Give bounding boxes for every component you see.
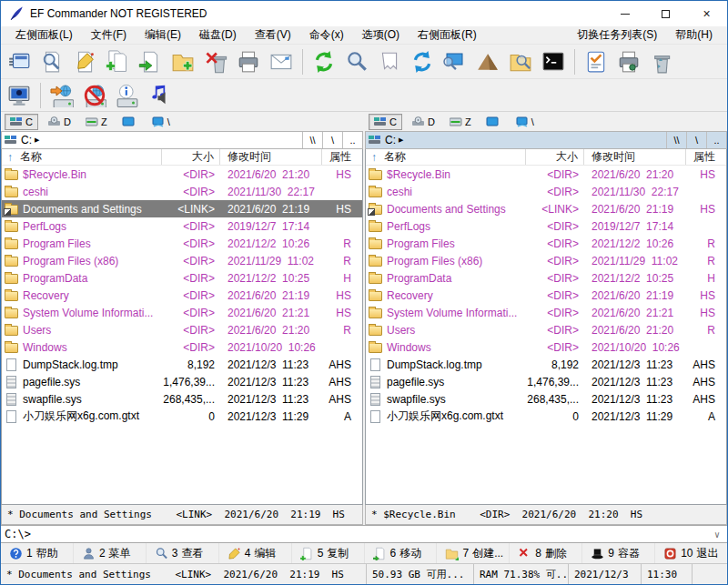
- menu-right-panel[interactable]: 右侧面板(R): [409, 25, 486, 45]
- file-row[interactable]: Recovery<DIR>2021/6/20 21:19HS: [2, 287, 362, 304]
- file-row[interactable]: Recovery<DIR>2021/6/20 21:19HS: [366, 287, 726, 304]
- pyramid-button[interactable]: [471, 47, 504, 76]
- task-list-button[interactable]: [580, 47, 612, 76]
- left-drive-d-button[interactable]: D: [44, 114, 76, 130]
- folder-search-button[interactable]: [504, 47, 537, 76]
- file-row[interactable]: Windows<DIR>2021/10/20 10:26: [366, 338, 726, 356]
- file-row[interactable]: Users<DIR>2021/6/20 21:20R: [366, 321, 726, 338]
- right-header-date[interactable]: 修改时间: [584, 149, 686, 165]
- search-file-button[interactable]: [35, 47, 68, 76]
- menu-switch-task-list[interactable]: 切换任务列表(S): [568, 25, 666, 45]
- right-drive-c-button[interactable]: C: [369, 114, 402, 130]
- right-drive-z-button[interactable]: Z: [445, 114, 476, 130]
- sync-button[interactable]: [406, 47, 439, 76]
- file-row[interactable]: Windows<DIR>2021/10/20 10:26: [2, 338, 362, 356]
- file-row[interactable]: ceshi<DIR>2021/11/30 22:17: [366, 183, 726, 200]
- menu-command[interactable]: 命令(x): [300, 25, 353, 45]
- menu-options[interactable]: 选项(O): [353, 25, 409, 45]
- command-prompt-button[interactable]: [537, 47, 570, 76]
- fkey-8-delete[interactable]: 8删除: [510, 543, 582, 563]
- fkey-4-edit[interactable]: 4编辑: [219, 543, 292, 563]
- print-button[interactable]: [232, 47, 265, 76]
- network-connect-button[interactable]: [46, 81, 78, 110]
- right-root-unc-button[interactable]: \\: [666, 132, 686, 148]
- right-header-attr[interactable]: 属性: [686, 149, 726, 165]
- file-row[interactable]: Program Files (x86)<DIR>2021/11/29 11:02…: [2, 252, 362, 269]
- right-header-name[interactable]: ↑名称: [366, 149, 526, 165]
- file-row[interactable]: pagefile.sys1,476,39...2021/12/3 11:23AH…: [2, 373, 362, 390]
- refresh-button[interactable]: [308, 47, 340, 76]
- menu-view[interactable]: 查看(V): [246, 25, 300, 45]
- file-row[interactable]: Users<DIR>2021/6/20 21:20R: [2, 321, 362, 338]
- file-row[interactable]: Documents and Settings<LINK>2021/6/20 21…: [2, 200, 362, 217]
- file-row[interactable]: 小刀娱乐网x6g.com.gtxt02021/12/3 11:29A: [366, 408, 726, 425]
- left-network-button[interactable]: \: [147, 114, 175, 130]
- file-row[interactable]: PerfLogs<DIR>2019/12/7 17:14: [366, 217, 726, 235]
- left-drive-z-button[interactable]: Z: [81, 114, 112, 130]
- close-button[interactable]: ×: [686, 1, 727, 26]
- file-row[interactable]: System Volume Informati...<DIR>2021/6/20…: [2, 304, 362, 321]
- new-folder-button[interactable]: [167, 47, 199, 76]
- delete-button[interactable]: [199, 47, 232, 76]
- file-row[interactable]: swapfile.sys268,435,...2021/12/3 11:23AH…: [366, 390, 726, 408]
- sounds-button[interactable]: [144, 81, 177, 110]
- right-network-button[interactable]: \: [511, 114, 539, 130]
- file-row[interactable]: PerfLogs<DIR>2019/12/7 17:14: [2, 217, 362, 235]
- file-row[interactable]: Program Files<DIR>2021/12/2 10:26R: [2, 235, 362, 252]
- network-disconnect-button[interactable]: [78, 81, 111, 110]
- print-capture-button[interactable]: [612, 47, 645, 76]
- path-caret-icon[interactable]: ▶: [399, 136, 403, 144]
- left-root-button[interactable]: \: [322, 132, 342, 148]
- left-path-bar[interactable]: C: ▶ \\ \ ..: [1, 131, 363, 149]
- file-row[interactable]: Program Files<DIR>2021/12/2 10:26R: [366, 235, 726, 252]
- email-button[interactable]: [265, 47, 298, 76]
- right-parent-dir-button[interactable]: ..: [706, 132, 726, 148]
- move-button[interactable]: [134, 47, 167, 76]
- command-prompt-text[interactable]: C:\>: [5, 528, 714, 540]
- file-row[interactable]: $Recycle.Bin<DIR>2021/6/20 21:20HS: [366, 166, 726, 183]
- drive-info-button[interactable]: [111, 81, 144, 110]
- file-row[interactable]: swapfile.sys268,435,...2021/12/3 11:23AH…: [2, 390, 362, 408]
- file-row[interactable]: Program Files (x86)<DIR>2021/11/29 11:02…: [366, 252, 726, 269]
- right-drive-d-button[interactable]: D: [408, 114, 440, 130]
- file-row[interactable]: DumpStack.log.tmp8,1922021/12/3 11:23AHS: [2, 356, 362, 373]
- file-row[interactable]: 小刀娱乐网x6g.com.gtxt02021/12/3 11:29A: [2, 408, 362, 425]
- minimize-button[interactable]: [604, 1, 645, 26]
- window-panels-button[interactable]: [3, 47, 35, 76]
- fkey-10-exit[interactable]: 10退出: [655, 543, 727, 563]
- right-root-button[interactable]: \: [686, 132, 706, 148]
- fkey-5-copy[interactable]: 5复制: [292, 543, 365, 563]
- compare-files-button[interactable]: [373, 47, 406, 76]
- path-caret-icon[interactable]: ▶: [35, 136, 39, 144]
- fkey-7-create[interactable]: 7创建...: [437, 543, 510, 563]
- file-row[interactable]: System Volume Informati...<DIR>2021/6/20…: [366, 304, 726, 321]
- fkey-1-help[interactable]: 1帮助: [1, 543, 74, 563]
- left-header-size[interactable]: 大小: [162, 149, 220, 165]
- left-header-name[interactable]: ↑名称: [2, 149, 162, 165]
- menu-file[interactable]: 文件(F): [82, 25, 136, 45]
- fkey-6-move[interactable]: 6移动: [365, 543, 438, 563]
- right-header-size[interactable]: 大小: [526, 149, 584, 165]
- right-desktop-button[interactable]: [481, 114, 506, 130]
- menu-disk[interactable]: 磁盘(D): [190, 25, 246, 45]
- file-row[interactable]: ceshi<DIR>2021/11/30 22:17: [2, 183, 362, 200]
- file-row[interactable]: Documents and Settings<LINK>2021/6/20 21…: [366, 200, 726, 217]
- file-row[interactable]: pagefile.sys1,476,39...2021/12/3 11:23AH…: [366, 373, 726, 390]
- left-desktop-button[interactable]: [117, 114, 142, 130]
- left-drive-c-button[interactable]: C: [5, 114, 38, 130]
- screen-view-button[interactable]: [439, 47, 471, 76]
- search-button[interactable]: [340, 47, 373, 76]
- menu-help[interactable]: 帮助(H): [666, 25, 722, 45]
- recycle-bin-button[interactable]: [645, 47, 678, 76]
- fkey-3-view[interactable]: 3查看: [147, 543, 219, 563]
- screensaver-button[interactable]: [3, 81, 35, 110]
- left-header-date[interactable]: 修改时间: [220, 149, 322, 165]
- copy-button[interactable]: [101, 47, 134, 76]
- maximize-button[interactable]: [645, 1, 686, 26]
- file-row[interactable]: ProgramData<DIR>2021/12/2 10:25H: [366, 269, 726, 287]
- fkey-9-container[interactable]: 9容器: [582, 543, 655, 563]
- fkey-2-menu[interactable]: 2菜单: [74, 543, 147, 563]
- left-parent-dir-button[interactable]: ..: [342, 132, 362, 148]
- left-header-attr[interactable]: 属性: [322, 149, 362, 165]
- left-root-unc-button[interactable]: \\: [302, 132, 322, 148]
